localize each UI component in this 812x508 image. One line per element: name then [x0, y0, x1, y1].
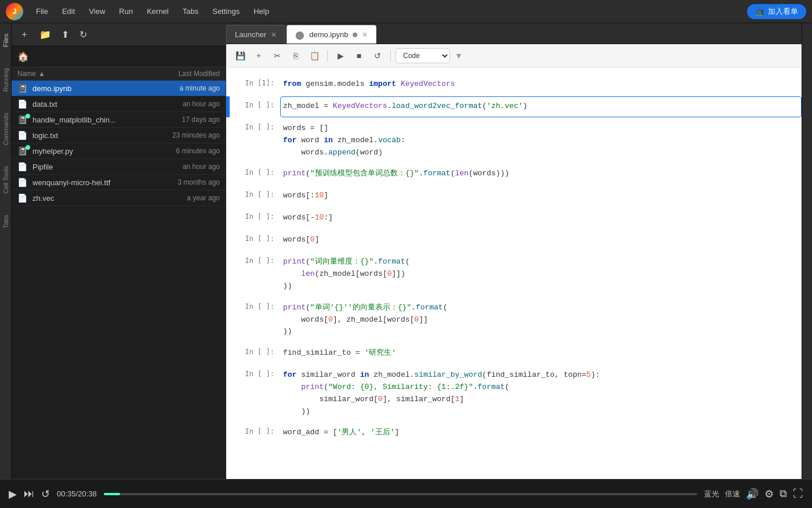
- file-name-label: logic.txt: [32, 131, 144, 140]
- file-type-icon: 📄: [17, 99, 29, 109]
- fullscreen-btn[interactable]: ⛶: [793, 488, 803, 500]
- menu-settings[interactable]: Settings: [206, 5, 245, 18]
- cell-3: In [ ]: words = [] for word in zh_model.…: [226, 118, 802, 163]
- refresh-icon[interactable]: ↻: [77, 27, 89, 42]
- file-item-1[interactable]: 📄 data.txt an hour ago: [12, 96, 226, 112]
- cut-btn[interactable]: ✂: [269, 48, 285, 64]
- cell-8-prompt: In [ ]:: [228, 252, 280, 296]
- stop-btn[interactable]: ■: [351, 48, 367, 64]
- cell-4-content[interactable]: print("预训练模型包含单词总数：{}".format(len(words)…: [280, 164, 802, 185]
- sidebar-running-icon[interactable]: Running: [1, 63, 10, 96]
- cell-7-content[interactable]: words[0]: [280, 230, 802, 251]
- cell-12-content[interactable]: word_add = ['男人', '王后']: [280, 423, 802, 444]
- cell-2-code: zh_model = KeyedVectors.load_word2vec_fo…: [283, 100, 795, 113]
- sidebar-commands-icon[interactable]: Commands: [1, 108, 10, 150]
- quality-btn[interactable]: 蓝光: [704, 489, 719, 499]
- replay-btn[interactable]: ↺: [41, 488, 50, 500]
- progress-bar[interactable]: [104, 493, 697, 495]
- file-item-6[interactable]: 📄 wenquanyi-micro-hei.ttf 3 months ago: [12, 175, 226, 190]
- right-sidebar: [802, 23, 812, 479]
- watch-together-btn[interactable]: 📺 加入看单: [747, 4, 806, 19]
- cell-12-prompt: In [ ]:: [228, 423, 280, 444]
- tab-launcher[interactable]: Launcher ✕: [226, 25, 285, 44]
- progress-fill: [104, 493, 121, 495]
- file-item-7[interactable]: 📄 zh.vec a year ago: [12, 190, 226, 206]
- cell-11-content[interactable]: for similar_word in zh_model.similar_by_…: [280, 365, 802, 421]
- file-toolbar: ＋ 📁 ⬆ ↻: [12, 23, 226, 46]
- sidebar-tabs-icon[interactable]: Tabs: [1, 210, 10, 233]
- cell-9-code: print("单词'{}''的向量表示：{}".format( words[0]…: [283, 302, 795, 338]
- file-item-2[interactable]: 📓 handle_matplotlib_chin... 17 days ago: [12, 112, 226, 128]
- paste-btn[interactable]: 📋: [306, 48, 322, 64]
- file-item-0[interactable]: 📓 demo.ipynb a minute ago: [12, 81, 226, 96]
- cell-2-content[interactable]: zh_model = KeyedVectors.load_word2vec_fo…: [280, 96, 802, 117]
- tab-demo-close[interactable]: ✕: [362, 31, 368, 39]
- tab-demo-ipynb[interactable]: ⬤ demo.ipynb ✕: [287, 25, 376, 44]
- tab-bar: Launcher ✕ ⬤ demo.ipynb ✕: [226, 23, 802, 44]
- settings-btn[interactable]: ⚙: [764, 488, 774, 500]
- cell-1: In [1]: from gensim.models import KeyedV…: [226, 74, 802, 95]
- menu-edit[interactable]: Edit: [56, 5, 81, 18]
- file-browser-panel: ＋ 📁 ⬆ ↻ 🏠 Name ▲ Last Modified 📓 demo.ip…: [12, 23, 226, 479]
- cell-3-content[interactable]: words = [] for word in zh_model.vocab: w…: [280, 118, 802, 163]
- restart-btn[interactable]: ↺: [369, 48, 386, 64]
- cell-8-content[interactable]: print("词向量维度：{}".format( len(zh_model[wo…: [280, 252, 802, 296]
- cell-6-content[interactable]: words[-10:]: [280, 208, 802, 229]
- skip-next-btn[interactable]: ⏭: [24, 488, 34, 500]
- file-item-4[interactable]: 📓 myhelper.py 6 minutes ago: [12, 143, 226, 159]
- file-name-label: data.txt: [32, 100, 144, 109]
- cell-11-prompt: In [ ]:: [228, 365, 280, 421]
- upload-icon[interactable]: ⬆: [59, 27, 71, 42]
- home-icon: 🏠: [17, 51, 29, 62]
- file-item-5[interactable]: 📄 Pipfile an hour ago: [12, 159, 226, 175]
- menu-file[interactable]: File: [30, 5, 54, 18]
- play-pause-btn[interactable]: ▶: [9, 488, 17, 500]
- pip-btn[interactable]: ⧉: [780, 488, 787, 500]
- sidebar-files-icon[interactable]: Files: [1, 29, 10, 52]
- cell-5: In [ ]: words[:10]: [226, 186, 802, 207]
- menu-bar: J File Edit View Run Kernel Tabs Setting…: [0, 0, 812, 23]
- video-bar: ▶ ⏭ ↺ 00:35/20:38 蓝光 倍速 🔊 ⚙ ⧉ ⛶: [0, 479, 812, 508]
- video-time: 00:35/20:38: [57, 489, 97, 498]
- file-icon: 📄: [17, 99, 27, 109]
- run-btn[interactable]: ▶: [332, 48, 349, 64]
- file-home[interactable]: 🏠: [12, 46, 226, 67]
- cell-5-content[interactable]: words[:10]: [280, 186, 802, 207]
- file-item-3[interactable]: 📄 logic.txt 23 minutes ago: [12, 128, 226, 143]
- volume-btn[interactable]: 🔊: [746, 488, 759, 500]
- file-icon: 📄: [17, 162, 27, 171]
- cell-4-code: print("预训练模型包含单词总数：{}".format(len(words)…: [283, 168, 795, 180]
- watch-label: 加入看单: [768, 6, 798, 17]
- col-name-header[interactable]: Name ▲: [17, 70, 139, 78]
- insert-cell-btn[interactable]: ＋: [251, 48, 267, 64]
- menu-help[interactable]: Help: [248, 5, 275, 18]
- file-type-icon: 📄: [17, 193, 29, 203]
- sort-icon: ▲: [38, 70, 45, 78]
- file-type-icon: 📄: [17, 178, 29, 187]
- file-icon: 📄: [17, 178, 27, 187]
- new-file-icon[interactable]: ＋: [17, 26, 31, 43]
- new-folder-icon[interactable]: 📁: [37, 27, 53, 42]
- time-total: 20:38: [78, 489, 97, 498]
- file-modified-time: 3 months ago: [144, 178, 220, 186]
- file-modified-time: 23 minutes ago: [144, 131, 220, 139]
- speed-btn[interactable]: 倍速: [725, 489, 740, 499]
- tab-launcher-close[interactable]: ✕: [271, 31, 277, 39]
- file-name-label: Pipfile: [32, 163, 144, 171]
- menu-view[interactable]: View: [83, 5, 111, 18]
- file-list: 📓 demo.ipynb a minute ago 📄 data.txt an …: [12, 81, 226, 206]
- menu-kernel[interactable]: Kernel: [141, 5, 175, 18]
- tab-unsaved-dot: [353, 33, 357, 37]
- menu-tabs[interactable]: Tabs: [177, 5, 204, 18]
- dropdown-icon: ▼: [452, 51, 465, 60]
- menu-run[interactable]: Run: [113, 5, 139, 18]
- cell-9-content[interactable]: print("单词'{}''的向量表示：{}".format( words[0]…: [280, 298, 802, 342]
- save-btn[interactable]: 💾: [232, 48, 248, 64]
- file-name-label: zh.vec: [32, 194, 144, 203]
- cell-1-content[interactable]: from gensim.models import KeyedVectors: [280, 74, 802, 95]
- sidebar-celltools-icon[interactable]: Cell Tools: [1, 161, 10, 199]
- copy-btn[interactable]: ⎘: [288, 48, 304, 64]
- video-controls-right: 蓝光 倍速 🔊 ⚙ ⧉ ⛶: [704, 488, 803, 500]
- cell-type-select[interactable]: Code Markdown Raw: [396, 48, 450, 63]
- cell-10-content[interactable]: find_similar_to = '研究生': [280, 343, 802, 364]
